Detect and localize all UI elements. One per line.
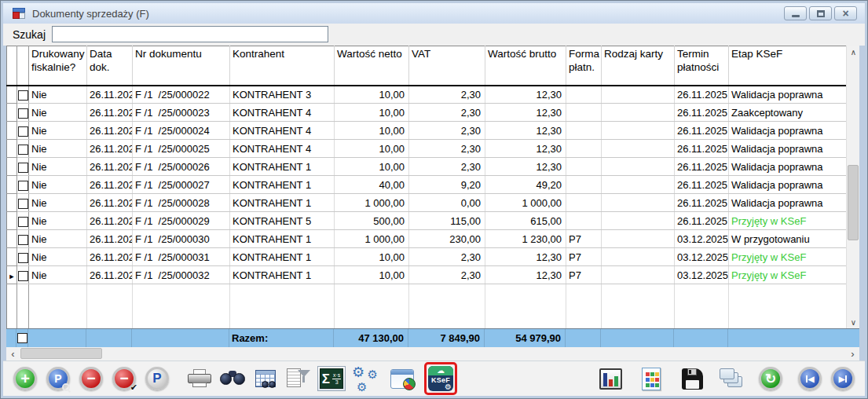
cell-drukowany: Nie — [29, 104, 87, 122]
cell-forma — [566, 158, 602, 176]
cell-nr-dokumentu: F /1 /25/000023 — [133, 104, 230, 122]
check-icon: ✔ — [130, 383, 137, 393]
table-row[interactable]: Nie 26.11.2025 F /1 /25/000031 KONTRAHEN… — [7, 248, 847, 266]
row-checkbox[interactable] — [18, 235, 28, 245]
table-row[interactable]: Nie 26.11.2025 F /1 /25/000028 KONTRAHEN… — [7, 194, 847, 212]
row-indicator — [7, 194, 17, 212]
documents-grid: Drukowany fiskalnie?Data dok.Nr dokument… — [6, 46, 859, 347]
filter-icon — [287, 368, 310, 389]
cell-kontrahent: KONTRAHENT 3 — [230, 86, 335, 104]
gears-icon: ⚙ ⚙ ⚙ — [351, 367, 378, 390]
ksef-send-button[interactable]: ☁ KSeF ⚙ — [428, 366, 453, 391]
cell-brutto: 615,00 — [485, 212, 566, 230]
cell-kontrahent: KONTRAHENT 4 — [230, 104, 335, 122]
row-indicator — [7, 176, 17, 194]
minimize-button[interactable] — [784, 6, 807, 20]
row-checkbox[interactable] — [18, 253, 28, 263]
cell-brutto: 1 000,00 — [485, 194, 566, 212]
column-header: Drukowany fiskalnie? — [29, 46, 87, 86]
cell-etap-ksef: Przyjęty w KSeF — [729, 248, 847, 266]
row-checkbox[interactable] — [18, 90, 28, 101]
vertical-scrollbar-thumb[interactable] — [848, 165, 859, 240]
parameters-button[interactable]: P — [143, 363, 171, 394]
add-button[interactable]: + — [11, 363, 39, 394]
cell-drukowany: Nie — [29, 122, 87, 140]
last-record-button[interactable]: ▶ — [829, 363, 857, 394]
bottom-toolbar: + P − − ✔ P — [3, 361, 865, 396]
cloud-icon: ☁ — [428, 366, 453, 375]
table-row[interactable]: Nie 26.11.2025 F /1 /25/000030 KONTRAHEN… — [7, 230, 847, 248]
cell-kontrahent: KONTRAHENT 4 — [230, 122, 335, 140]
save-button[interactable] — [678, 363, 706, 394]
close-button[interactable]: × — [834, 6, 857, 20]
sum-board-icon: Σ x·s 3 — [317, 366, 346, 391]
print-button[interactable] — [185, 363, 214, 394]
vertical-scrollbar[interactable]: ∧ ∨ — [846, 46, 859, 328]
summary-row: Razem: 47 130,00 7 849,90 54 979,90 — [6, 328, 859, 347]
preview-document-button[interactable]: P — [44, 363, 72, 394]
row-checkbox[interactable] — [18, 145, 28, 155]
delete-with-check-button[interactable]: − ✔ — [110, 363, 138, 394]
cell-nr-dokumentu — [133, 284, 230, 329]
cell-netto: 500,00 — [335, 212, 409, 230]
close-icon: × — [842, 8, 848, 19]
column-header: Termin płatności — [675, 46, 729, 86]
export-spreadsheet-button[interactable] — [637, 363, 665, 394]
cell-etap-ksef: W przygotowaniu — [729, 230, 847, 248]
cell-rodzaj-karty — [602, 140, 675, 158]
row-checkbox[interactable] — [18, 217, 28, 227]
cell-brutto: 12,30 — [485, 266, 566, 284]
settings-gears-button[interactable]: ⚙ ⚙ ⚙ — [350, 363, 379, 394]
scroll-up-icon[interactable]: ∧ — [847, 46, 860, 58]
cell-rodzaj-karty — [602, 212, 675, 230]
row-checkbox-cell — [17, 122, 29, 140]
cell-kontrahent: KONTRAHENT 1 — [230, 176, 335, 194]
table-row[interactable]: Nie 26.11.2025 F /1 /25/000029 KONTRAHEN… — [7, 212, 847, 230]
bar-chart-button[interactable] — [596, 363, 624, 394]
scroll-down-icon[interactable]: ∨ — [847, 316, 860, 328]
table-row[interactable]: ► Nie 26.11.2025 F /1 /25/000032 KONTRAH… — [7, 266, 847, 284]
cell-nr-dokumentu: F /1 /25/000032 — [133, 266, 230, 284]
cell-netto: 10,00 — [335, 86, 409, 104]
search-input[interactable] — [52, 26, 328, 42]
table-row[interactable]: Nie 26.11.2025 F /1 /25/000027 KONTRAHEN… — [7, 176, 847, 194]
first-record-button[interactable]: ◀ — [796, 363, 824, 394]
chart-window-button[interactable] — [388, 363, 416, 394]
row-checkbox[interactable] — [18, 271, 28, 281]
cell-data-dok: 26.11.2025 — [87, 230, 133, 248]
summary-checkbox[interactable] — [17, 333, 27, 343]
search-in-table-button[interactable] — [251, 363, 280, 394]
scroll-right-icon[interactable]: › — [846, 347, 859, 361]
sum-aggregates-button[interactable]: Σ x·s 3 — [317, 363, 346, 394]
copy-documents-button[interactable] — [717, 363, 745, 394]
table-row[interactable]: Nie 26.11.2025 F /1 /25/000024 KONTRAHEN… — [7, 122, 847, 140]
scroll-left-icon[interactable]: ‹ — [6, 347, 20, 361]
cell-nr-dokumentu: F /1 /25/000028 — [133, 194, 230, 212]
row-checkbox[interactable] — [18, 108, 28, 119]
search-binoculars-button[interactable] — [218, 363, 247, 394]
summary-netto: 47 130,00 — [334, 329, 408, 347]
horizontal-scrollbar[interactable]: ‹ › — [6, 347, 859, 361]
refresh-button[interactable]: ↻ — [756, 363, 785, 394]
table-row[interactable]: Nie 26.11.2025 F /1 /25/000023 KONTRAHEN… — [7, 104, 847, 122]
cell-etap-ksef: Walidacja poprawna — [729, 140, 847, 158]
header-row: Drukowany fiskalnie?Data dok.Nr dokument… — [7, 46, 847, 86]
titlebar[interactable]: Dokumenty sprzedaży (F) × — [3, 3, 865, 24]
delete-button[interactable]: − — [77, 363, 105, 394]
table-row[interactable]: Nie 26.11.2025 F /1 /25/000022 KONTRAHEN… — [7, 86, 847, 104]
chart-window-icon — [390, 369, 414, 389]
cell-rodzaj-karty — [602, 158, 675, 176]
row-checkbox[interactable] — [18, 199, 28, 209]
maximize-button[interactable] — [809, 6, 832, 20]
binoculars-icon — [220, 370, 245, 387]
cell-brutto — [485, 284, 566, 329]
cell-netto: 1 000,00 — [335, 194, 409, 212]
row-checkbox[interactable] — [18, 163, 28, 173]
horizontal-scrollbar-thumb[interactable] — [20, 348, 102, 359]
row-checkbox[interactable] — [18, 126, 28, 137]
row-checkbox[interactable] — [18, 181, 28, 191]
table-row[interactable]: Nie 26.11.2025 F /1 /25/000025 KONTRAHEN… — [7, 140, 847, 158]
row-checkbox-cell — [17, 230, 29, 248]
table-row[interactable]: Nie 26.11.2025 F /1 /25/000026 KONTRAHEN… — [7, 158, 847, 176]
filter-document-button[interactable] — [284, 363, 313, 394]
